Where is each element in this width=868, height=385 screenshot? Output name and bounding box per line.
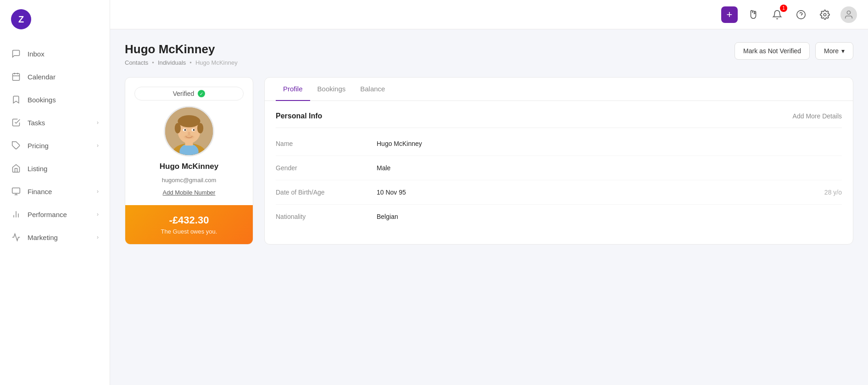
section-title: Personal Info xyxy=(276,112,322,120)
label-nationality: Nationality xyxy=(276,213,377,220)
app-logo[interactable]: Z xyxy=(0,0,110,39)
balance-amount: -£432.30 xyxy=(134,214,244,226)
chevron-right-icon: › xyxy=(97,211,99,218)
avatar-icon xyxy=(844,10,854,20)
chevron-right-icon: › xyxy=(97,119,99,126)
svg-point-13 xyxy=(823,13,826,16)
avatar-image xyxy=(165,106,213,156)
performance-icon xyxy=(11,209,21,219)
sidebar-label-finance: Finance xyxy=(28,188,90,195)
notification-badge: 1 xyxy=(780,5,787,12)
settings-button[interactable] xyxy=(817,6,833,23)
notification-button[interactable]: 1 xyxy=(769,6,785,23)
breadcrumb-contacts[interactable]: Contacts xyxy=(125,59,148,66)
breadcrumb-dot-1: • xyxy=(152,59,154,66)
sidebar-label-calendar: Calendar xyxy=(28,73,99,81)
svg-rect-5 xyxy=(12,188,20,194)
svg-point-26 xyxy=(184,129,186,131)
svg-point-14 xyxy=(847,11,850,14)
svg-point-11 xyxy=(797,10,805,18)
help-button[interactable] xyxy=(793,6,809,23)
svg-point-21 xyxy=(178,115,200,127)
info-row-nationality: Nationality Belgian xyxy=(276,205,842,229)
profile-card: Verified ✓ xyxy=(125,77,253,245)
tab-bookings[interactable]: Bookings xyxy=(310,78,353,101)
value-nationality: Belgian xyxy=(377,213,842,220)
info-row-name: Name Hugo McKinney xyxy=(276,132,842,156)
sidebar-item-performance[interactable]: Performance › xyxy=(0,203,110,226)
section-header: Personal Info Add More Details xyxy=(276,112,842,128)
sidebar-item-pricing[interactable]: Pricing › xyxy=(0,134,110,157)
svg-point-29 xyxy=(184,135,195,139)
extra-dob: 28 y/o xyxy=(824,189,842,196)
verified-label: Verified xyxy=(173,90,195,97)
bookings-icon xyxy=(11,95,21,105)
sidebar-item-listing[interactable]: Listing xyxy=(0,157,110,180)
tab-balance[interactable]: Balance xyxy=(353,78,392,101)
calendar-icon xyxy=(11,72,21,82)
gear-icon xyxy=(820,10,830,20)
value-dob: 10 Nov 95 xyxy=(377,189,824,196)
add-more-details-link[interactable]: Add More Details xyxy=(793,112,842,120)
tab-profile[interactable]: Profile xyxy=(276,78,310,101)
sidebar-label-listing: Listing xyxy=(28,165,99,173)
profile-email: hugomc@gmail.com xyxy=(162,177,217,184)
mark-not-verified-button[interactable]: Mark as Not Verified xyxy=(734,42,810,60)
content-area: Verified ✓ xyxy=(125,77,853,245)
logo-icon: Z xyxy=(11,9,31,29)
svg-point-23 xyxy=(197,123,203,134)
info-row-gender: Gender Male xyxy=(276,156,842,180)
sidebar-nav: Inbox Calendar Bookings Tasks › Pricin xyxy=(0,39,110,252)
add-mobile-link[interactable]: Add Mobile Number xyxy=(163,189,216,196)
page-title: Hugo McKinney xyxy=(125,42,238,56)
balance-card[interactable]: -£432.30 The Guest owes you. xyxy=(125,205,253,244)
breadcrumb-dot-2: • xyxy=(189,59,192,66)
chevron-down-icon: ▾ xyxy=(841,47,845,55)
more-label: More xyxy=(824,47,839,55)
label-name: Name xyxy=(276,140,377,147)
svg-point-27 xyxy=(193,129,195,131)
add-button[interactable]: + xyxy=(721,6,738,23)
breadcrumb-individuals[interactable]: Individuals xyxy=(158,59,186,66)
breadcrumb: Contacts • Individuals • Hugo McKinney xyxy=(125,59,238,66)
finance-icon xyxy=(11,186,21,196)
title-block: Hugo McKinney Contacts • Individuals • H… xyxy=(125,42,238,66)
pricing-icon xyxy=(11,140,21,151)
marketing-icon xyxy=(11,232,21,242)
hand-icon xyxy=(748,10,758,20)
sidebar-item-inbox[interactable]: Inbox xyxy=(0,42,110,65)
more-button[interactable]: More ▾ xyxy=(815,42,853,60)
sidebar-item-marketing[interactable]: Marketing › xyxy=(0,226,110,249)
profile-avatar xyxy=(164,106,214,156)
info-table: Name Hugo McKinney Gender Male Date of B… xyxy=(276,132,842,229)
page-header: Hugo McKinney Contacts • Individuals • H… xyxy=(125,42,853,66)
main-area: + 1 Hugo McKinney Contacts • I xyxy=(110,0,868,385)
sidebar-item-calendar[interactable]: Calendar xyxy=(0,65,110,88)
sidebar: Z Inbox Calendar Bookings Tasks › xyxy=(0,0,110,385)
chevron-right-icon: › xyxy=(97,142,99,149)
sidebar-label-tasks: Tasks xyxy=(28,119,90,127)
verified-checkmark-icon: ✓ xyxy=(198,90,205,97)
question-icon xyxy=(796,10,806,20)
info-row-dob: Date of Birth/Age 10 Nov 95 28 y/o xyxy=(276,180,842,205)
value-gender: Male xyxy=(377,164,842,172)
svg-rect-0 xyxy=(13,73,20,80)
sidebar-item-finance[interactable]: Finance › xyxy=(0,180,110,203)
profile-card-top: Verified ✓ xyxy=(125,78,253,205)
profile-main: Profile Bookings Balance Personal Info A… xyxy=(264,77,853,245)
profile-name: Hugo McKinney xyxy=(160,162,218,171)
tabs: Profile Bookings Balance xyxy=(265,78,853,101)
sidebar-item-tasks[interactable]: Tasks › xyxy=(0,111,110,134)
chevron-right-icon: › xyxy=(97,188,99,195)
label-dob: Date of Birth/Age xyxy=(276,189,377,196)
tab-content: Personal Info Add More Details Name Hugo… xyxy=(265,101,853,240)
svg-point-28 xyxy=(188,132,190,135)
tasks-icon xyxy=(11,117,21,128)
sidebar-item-bookings[interactable]: Bookings xyxy=(0,88,110,111)
plus-icon: + xyxy=(727,9,733,21)
sidebar-label-pricing: Pricing xyxy=(28,142,90,150)
user-avatar[interactable] xyxy=(840,6,857,23)
topbar: + 1 xyxy=(110,0,868,29)
value-name: Hugo McKinney xyxy=(377,140,842,147)
hand-button[interactable] xyxy=(745,6,762,23)
